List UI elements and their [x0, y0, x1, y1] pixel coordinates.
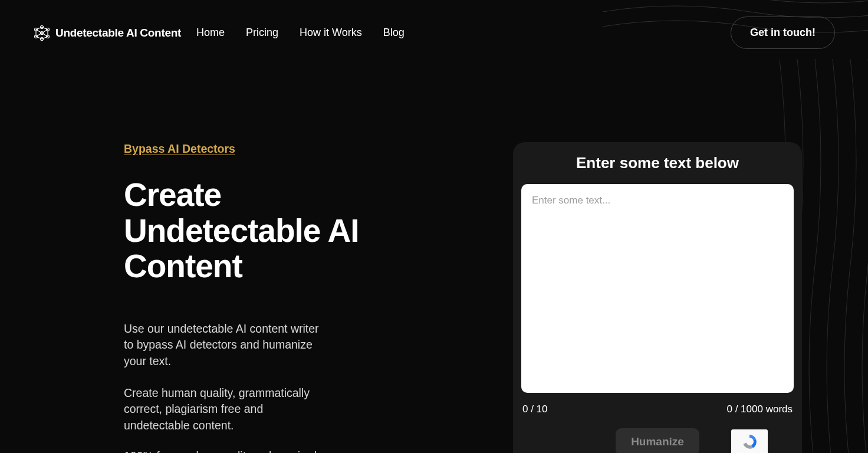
logo[interactable]: Undetectable AI Content — [33, 25, 181, 41]
svg-line-12 — [42, 33, 48, 37]
hero-body-1: Use our undetectable AI content writer t… — [124, 321, 324, 370]
logo-icon — [33, 25, 51, 41]
svg-line-11 — [36, 33, 42, 37]
get-in-touch-button[interactable]: Get in touch! — [731, 17, 835, 49]
text-input[interactable] — [521, 184, 794, 393]
main-nav: Home Pricing How it Works Blog — [196, 27, 405, 39]
svg-line-9 — [36, 29, 42, 33]
tool-column: Enter some text below 0 / 10 0 / 1000 wo… — [513, 142, 802, 453]
humanize-button[interactable]: Humanize — [616, 428, 699, 453]
main-content: Bypass AI Detectors Create Undetectable … — [0, 65, 868, 453]
nav-how-it-works[interactable]: How it Works — [300, 27, 362, 39]
hero-footnote: 100% free and no credit card required. — [124, 449, 425, 453]
text-input-card: Enter some text below 0 / 10 0 / 1000 wo… — [513, 142, 802, 453]
word-counter: 0 / 1000 words — [726, 403, 793, 415]
logo-text: Undetectable AI Content — [55, 27, 181, 40]
recaptcha-icon — [741, 433, 758, 453]
card-title: Enter some text below — [521, 154, 794, 172]
hero-body-2: Create human quality, grammatically corr… — [124, 385, 324, 434]
hero-headline: Create Undetectable AI Content — [124, 177, 425, 284]
site-header: Undetectable AI Content Home Pricing How… — [0, 0, 868, 65]
hero-eyebrow: Bypass AI Detectors — [124, 142, 425, 156]
counter-row: 0 / 10 0 / 1000 words — [521, 395, 794, 428]
svg-line-10 — [42, 29, 48, 33]
nav-blog[interactable]: Blog — [383, 27, 405, 39]
nav-home[interactable]: Home — [196, 27, 225, 39]
nav-pricing[interactable]: Pricing — [246, 27, 278, 39]
submission-counter: 0 / 10 — [522, 403, 548, 415]
recaptcha-badge[interactable] — [731, 429, 768, 453]
hero-column: Bypass AI Detectors Create Undetectable … — [124, 142, 425, 453]
